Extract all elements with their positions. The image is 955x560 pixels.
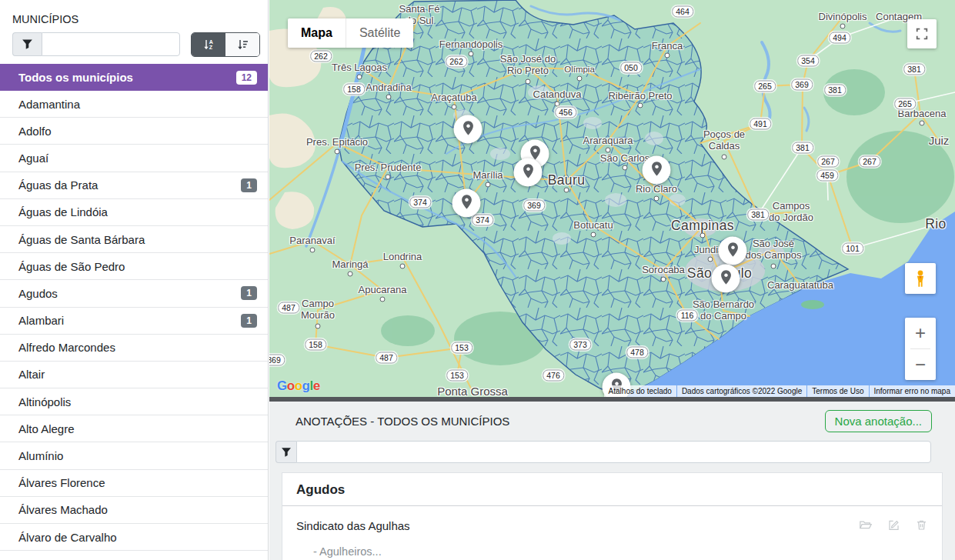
map-container[interactable]: Santa Fé do SulFernandópolisTrês LagoasA… [269, 0, 955, 397]
annotations-panel: ANOTAÇÕES - TODOS OS MUNICÍPIOS Nova ano… [269, 402, 955, 560]
sidebar-item-municipality[interactable]: Álvaro de Carvalho [0, 524, 268, 551]
zoom-in-button[interactable]: + [905, 318, 936, 348]
sidebar-item-municipality[interactable]: Agudos1 [0, 280, 268, 307]
pin-icon [648, 161, 665, 178]
pegman-icon [910, 268, 930, 288]
total-count-badge: 12 [236, 71, 257, 85]
keyboard-shortcuts-link[interactable]: Atalhos do teclado [604, 385, 676, 397]
municipios-sidebar: MUNICÍPIOS A Z [0, 0, 269, 560]
municipality-label: Aguaí [18, 152, 48, 165]
municipality-label: Alto Alegre [18, 422, 75, 435]
map-marker-pin[interactable] [643, 156, 671, 185]
annotation-description: - Agulheiros... [313, 545, 928, 558]
map-marker-pin[interactable] [719, 237, 747, 265]
map-type-control: Mapa Satélite [288, 18, 413, 48]
sort-alpha-button[interactable]: A Z [192, 33, 225, 56]
sidebar-item-all-municipalities[interactable]: Todos os municípios 12 [0, 64, 268, 91]
municipality-label: Álvares Florence [18, 476, 105, 489]
pin-icon [717, 269, 734, 286]
sidebar-item-municipality[interactable]: Alumínio [0, 442, 268, 469]
count-badge: 1 [241, 314, 257, 328]
annotation-name: Sindicato das Agulhas [296, 519, 410, 532]
municipality-label: Altinópolis [18, 395, 71, 408]
pin-icon [724, 242, 741, 258]
sidebar-item-municipality[interactable]: Alto Alegre [0, 415, 268, 442]
annotations-filter-button[interactable] [275, 441, 296, 463]
svg-text:A: A [209, 39, 213, 45]
annotations-filter-row [269, 439, 955, 463]
zoom-control: + − [905, 318, 936, 380]
sort-count-button[interactable] [225, 33, 259, 56]
sort-button-group: A Z [191, 32, 260, 57]
sidebar-item-municipality[interactable]: Águas de São Pedro [0, 253, 268, 280]
terms-link[interactable]: Termos de Uso [807, 385, 868, 397]
pin-icon [458, 194, 475, 211]
edit-icon[interactable] [887, 518, 900, 532]
municipality-label: Águas de Lindóia [18, 205, 108, 218]
sidebar-item-municipality[interactable]: Adolfo [0, 118, 268, 145]
municipality-label: Alambari [18, 314, 64, 327]
sidebar-title: MUNICÍPIOS [0, 0, 268, 32]
svg-text:Z: Z [209, 45, 213, 50]
annotation-group-card: AgudosSindicato das Agulhas- Agulheiros.… [282, 472, 943, 560]
sidebar-item-municipality[interactable]: Aguaí [0, 145, 268, 172]
map-marker-pin[interactable] [514, 158, 543, 187]
municipality-label: Águas da Prata [18, 178, 98, 192]
annotation-actions [859, 518, 928, 532]
annotations-filter-input[interactable] [296, 441, 931, 463]
annotations-list: AgudosSindicato das Agulhas- Agulheiros.… [269, 472, 955, 560]
annotation-entry: Sindicato das Agulhas [296, 518, 928, 532]
filter-button[interactable] [12, 32, 42, 56]
municipality-label: Alumínio [18, 449, 63, 462]
annotations-title: ANOTAÇÕES - TODOS OS MUNICÍPIOS [296, 415, 509, 428]
map-type-satellite-button[interactable]: Satélite [346, 18, 413, 48]
annotation-divider [282, 505, 942, 506]
pegman-button[interactable] [905, 263, 936, 294]
sidebar-item-municipality[interactable]: Altinópolis [0, 388, 268, 415]
municipality-label: Alfredo Marcondes [18, 341, 115, 354]
sidebar-item-municipality[interactable]: Águas da Prata1 [0, 172, 268, 199]
report-error-link[interactable]: Informar erro no mapa [870, 385, 955, 397]
sort-amount-down-icon [236, 38, 249, 51]
count-badge: 1 [241, 286, 257, 300]
map-copyright: Dados cartográficos ©2022 Google [677, 385, 806, 397]
map-marker-layer [269, 0, 955, 397]
municipality-label: Águas de São Pedro [18, 260, 125, 273]
pin-icon [519, 163, 536, 180]
google-logo: Google [277, 378, 320, 394]
map-marker-pin[interactable] [712, 265, 740, 293]
sidebar-item-municipality[interactable]: Álvares Machado [0, 497, 268, 524]
sidebar-item-municipality[interactable]: Águas de Lindóia [0, 199, 268, 226]
map-marker-pin[interactable] [454, 115, 483, 144]
municipality-filter-input[interactable] [42, 32, 180, 56]
sidebar-item-municipality[interactable]: Álvares Florence [0, 470, 268, 497]
municipality-label: Agudos [18, 287, 58, 300]
map-marker-pin[interactable] [452, 189, 481, 218]
sidebar-item-municipality[interactable]: Alfredo Marcondes [0, 335, 268, 362]
sidebar-filter-row: A Z [0, 32, 268, 56]
annotations-header: ANOTAÇÕES - TODOS OS MUNICÍPIOS Nova ano… [269, 402, 955, 439]
sidebar-item-municipality[interactable]: Adamantina [0, 91, 268, 118]
annotation-group-title: Agudos [296, 482, 928, 498]
sort-alpha-down-icon: A Z [202, 38, 215, 51]
zoom-out-button[interactable]: − [905, 349, 936, 380]
count-badge: 1 [241, 178, 257, 192]
sidebar-item-municipality[interactable]: Águas de Santa Bárbara [0, 226, 268, 253]
municipality-label: Álvares Machado [18, 503, 108, 516]
municipality-label: Adamantina [18, 98, 80, 111]
municipality-label: Adolfo [18, 125, 52, 138]
delete-icon[interactable] [915, 518, 928, 532]
municipality-label: Álvaro de Carvalho [18, 531, 117, 544]
fullscreen-button[interactable] [907, 19, 937, 48]
municipality-label: Altair [18, 368, 45, 381]
funnel-icon [22, 38, 33, 50]
open-folder-icon[interactable] [859, 518, 873, 532]
new-annotation-button[interactable]: Nova anotação... [825, 410, 932, 432]
fullscreen-icon [915, 27, 929, 41]
sidebar-item-municipality[interactable]: Alambari1 [0, 308, 268, 335]
sidebar-item-municipality[interactable]: Altair [0, 362, 268, 388]
map-type-map-button[interactable]: Mapa [288, 18, 346, 48]
funnel-icon [281, 447, 292, 458]
all-municipalities-label: Todos os municípios [18, 71, 133, 84]
pin-icon [459, 120, 476, 137]
